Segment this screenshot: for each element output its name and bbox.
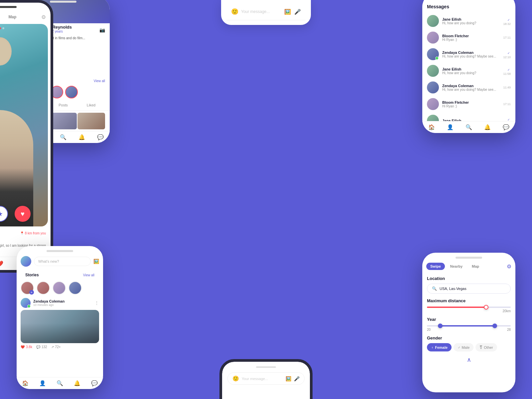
bottom-image-icon[interactable]: 🖼️ <box>286 376 291 381</box>
year-slider[interactable] <box>427 325 511 327</box>
message-item-2[interactable]: Bloom Fletcher Hi Ryan :) 17:11 <box>422 29 515 46</box>
msg-content-zendaya-2: Zendaya Coleman Hi, how are you doing? M… <box>442 84 500 91</box>
filter-tab-swipe[interactable]: Swipe <box>426 263 445 270</box>
story-avatar-add[interactable] <box>21 281 34 295</box>
bell-nav-feed[interactable]: 🔔 <box>74 380 80 386</box>
camera-icon[interactable]: 📷 <box>99 27 105 34</box>
year-min: 20 <box>427 328 431 332</box>
read-check-icon: ✓ <box>507 18 510 22</box>
chevron-up-icon[interactable]: ∧ <box>467 356 471 363</box>
swipe-phone: Swipe Nearby Map ⚙ ✕ ★ ♥ Alice Johnson <box>0 0 53 273</box>
feed-compose-area: What's new? 🖼️ <box>17 246 103 270</box>
swipe-tab-nearby[interactable]: Nearby <box>0 13 2 21</box>
filter-tab-nearby[interactable]: Nearby <box>446 263 466 270</box>
story-avatar-1[interactable] <box>37 281 50 295</box>
chat-nav-feed[interactable]: 💬 <box>91 380 98 386</box>
post-likes[interactable]: ❤️ 3.8k <box>21 345 32 349</box>
msg-content-bloom-2: Bloom Fletcher Hi Ryan :) <box>442 100 500 108</box>
filter-tab-map[interactable]: Map <box>468 263 483 270</box>
profile-nav-feed[interactable]: 👤 <box>39 380 46 386</box>
chat-nav-icon[interactable]: 💬 <box>97 134 104 140</box>
superlike-button[interactable]: ★ <box>0 206 8 222</box>
post-image <box>21 310 99 343</box>
filter-phone: Swipe Nearby Map ⚙ Location 🔍 USA, Las-V… <box>422 253 515 392</box>
filter-nav: Swipe Nearby Map ⚙ <box>422 253 515 273</box>
bottom-msg-placeholder: Your message... <box>242 377 283 381</box>
msg-time-val-4: 11:58 <box>503 72 511 75</box>
chat-nav-icon-msg[interactable]: 💬 <box>503 124 509 130</box>
message-item-1[interactable]: Jane Eilish Hi, how are you doing? ✓ 18:… <box>422 13 515 29</box>
feed-phone: What's new? 🖼️ Stories View all Zendaya … <box>17 246 103 389</box>
tab-liked[interactable]: Liked <box>77 102 105 108</box>
distance-thumb[interactable] <box>484 305 488 310</box>
stories-section: Stories View all <box>17 270 103 295</box>
tab-posts[interactable]: Posts <box>49 102 77 108</box>
message-item-4[interactable]: Jane Eilish Hi, how are you doing? ✓ 11:… <box>422 63 515 79</box>
stories-view-all[interactable]: View all <box>83 273 94 277</box>
msg-time-jane-2: ✓ 11:58 <box>503 66 511 75</box>
filter-icon[interactable]: ⚙ <box>41 14 46 20</box>
bell-nav-icon[interactable]: 🔔 <box>78 134 85 140</box>
photo-2[interactable] <box>50 113 77 129</box>
gender-male[interactable]: ♂ Male <box>454 343 473 351</box>
msg-preview-zendaya-1: Hi, how are you doing? Maybe see... <box>442 55 500 58</box>
post-menu-icon[interactable]: ⋮ <box>94 300 99 306</box>
match-avatar-3[interactable] <box>65 86 78 98</box>
msg-time-zendaya-2: 11:49 <box>503 86 511 89</box>
compose-avatar <box>21 256 31 267</box>
search-nav-feed[interactable]: 🔍 <box>57 380 63 386</box>
distance-slider[interactable] <box>427 307 511 308</box>
message-item-3[interactable]: Zendaya Coleman Hi, how are you doing? M… <box>422 46 515 63</box>
last-matches-view-all[interactable]: View all <box>94 79 105 83</box>
distance-fill <box>427 307 485 308</box>
drag-handle <box>256 366 276 368</box>
other-label: Other <box>484 345 493 349</box>
search-nav-icon[interactable]: 🔍 <box>60 134 66 140</box>
card-indicators <box>0 27 4 29</box>
image-icon[interactable]: 🖼️ <box>284 9 291 15</box>
compose-image-icon[interactable]: 🖼️ <box>93 259 99 264</box>
female-icon: ♀ <box>431 345 434 349</box>
post-author-info: Zendaya Coleman 10 minutes ago <box>33 299 65 307</box>
read-check-icon-3: ✓ <box>507 68 510 71</box>
swipe-card[interactable]: ✕ ★ ♥ <box>0 24 48 226</box>
heart-stat-icon: ❤️ <box>21 345 25 349</box>
message-placeholder[interactable]: Your message... <box>241 9 282 14</box>
home-nav-icon-msg[interactable]: 🏠 <box>428 124 435 130</box>
bell-nav-icon-msg[interactable]: 🔔 <box>484 124 491 130</box>
msg-preview-bloom-2: Hi Ryan :) <box>442 104 500 108</box>
bottom-message-input[interactable]: 🙂 Your message... 🖼️ 🎤 <box>227 372 305 385</box>
photo-3[interactable] <box>77 113 105 129</box>
story-avatar-2[interactable] <box>53 281 66 295</box>
bottom-mic-icon[interactable]: 🎤 <box>294 376 300 381</box>
message-item-6[interactable]: Bloom Fletcher Hi Ryan :) 17:11 <box>422 96 515 112</box>
like-button[interactable]: ♥ <box>15 206 31 222</box>
year-max: 28 <box>507 328 511 332</box>
gender-other[interactable]: ⚧ Other <box>475 343 497 351</box>
gender-female[interactable]: ♀ Female <box>427 343 452 351</box>
year-thumb-max[interactable] <box>492 324 497 328</box>
msg-content-bloom-1: Bloom Fletcher Hi Ryan :) <box>442 34 500 42</box>
gender-label: Gender <box>427 335 511 340</box>
comment-stat-icon: 💬 <box>36 345 40 349</box>
msg-name-bloom-2: Bloom Fletcher <box>442 100 500 104</box>
home-nav-feed[interactable]: 🏠 <box>22 380 29 386</box>
emoji-icon[interactable]: 🙂 <box>231 8 238 15</box>
location-value: USA, Las-Vegas <box>440 287 466 291</box>
profile-nav-icon-msg[interactable]: 👤 <box>447 124 454 130</box>
message-item-5[interactable]: Zendaya Coleman Hi, how are you doing? M… <box>422 79 515 96</box>
story-avatar-3[interactable] <box>68 281 82 295</box>
msg-time-bloom-1: 17:11 <box>503 36 511 39</box>
heart-nav-swipe[interactable]: ❤️ <box>0 260 3 267</box>
compose-input[interactable]: What's new? <box>34 257 91 266</box>
search-nav-icon-msg[interactable]: 🔍 <box>466 124 472 130</box>
mic-icon[interactable]: 🎤 <box>294 9 301 15</box>
post-share[interactable]: ↗ 72+ <box>51 345 61 349</box>
year-thumb-min[interactable] <box>438 324 443 328</box>
swipe-tab-map[interactable]: Map <box>3 13 22 21</box>
msg-avatar-zendaya-2 <box>427 81 439 93</box>
filter-settings-icon[interactable]: ⚙ <box>507 263 511 270</box>
location-input[interactable]: 🔍 USA, Las-Vegas <box>427 284 511 294</box>
post-comments[interactable]: 💬 132 <box>36 345 47 349</box>
shares-count: 72+ <box>55 345 61 349</box>
